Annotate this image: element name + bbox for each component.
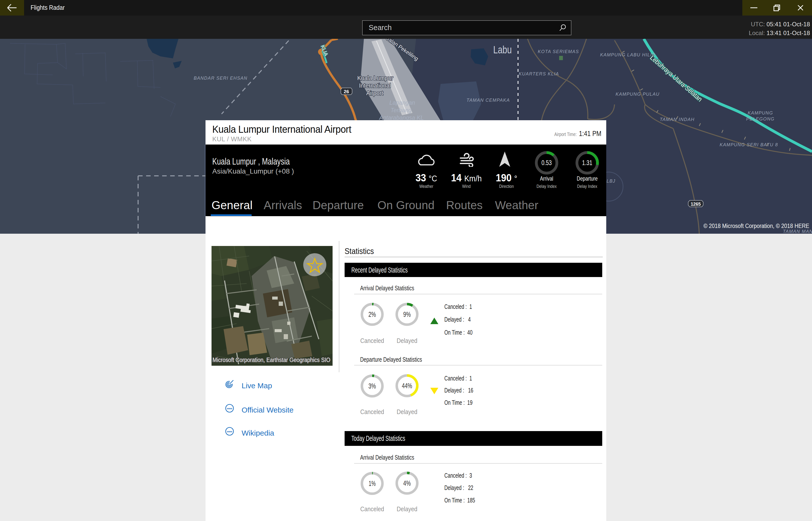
svg-text:KAMPUNG PULAU: KAMPUNG PULAU xyxy=(616,92,660,97)
svg-text:3%: 3% xyxy=(368,382,376,390)
svg-text:International: International xyxy=(359,83,391,89)
svg-text:www: www xyxy=(226,407,232,410)
svg-text:2%: 2% xyxy=(368,310,376,318)
svg-text:Terbang: Terbang xyxy=(391,107,412,113)
svg-text:26: 26 xyxy=(344,89,349,94)
svg-text:KAMPUNG: KAMPUNG xyxy=(748,111,773,115)
svg-text:KOTA SERIEMAS: KOTA SERIEMAS xyxy=(538,49,579,54)
svg-text:1.31: 1.31 xyxy=(582,159,592,166)
svg-text:44%: 44% xyxy=(402,382,412,390)
svg-text:0.53: 0.53 xyxy=(542,159,552,166)
svg-text:4%: 4% xyxy=(403,479,411,487)
svg-text:PELEGONG: PELEGONG xyxy=(746,116,774,121)
svg-text:TAMAN INDAH: TAMAN INDAH xyxy=(660,117,695,122)
svg-text:Microsoft Corporation, Earthst: Microsoft Corporation, Earthstar Geograp… xyxy=(213,357,330,363)
svg-text:Labu: Labu xyxy=(493,44,512,55)
svg-text:TAMAN MANT: TAMAN MANT xyxy=(783,229,812,234)
svg-text:BANDAR SERI EHSAN: BANDAR SERI EHSAN xyxy=(194,76,248,81)
svg-text:1265: 1265 xyxy=(691,202,701,207)
svg-text:KAMPUNG LABU HILIR: KAMPUNG LABU HILIR xyxy=(600,52,655,58)
svg-text:KUARTERS KLIA: KUARTERS KLIA xyxy=(519,71,559,76)
svg-text:9%: 9% xyxy=(403,310,411,318)
svg-text:Kuala Lumpur: Kuala Lumpur xyxy=(357,75,393,82)
svg-text:© 2018 Microsoft Corporation,: © 2018 Microsoft Corporation, © 2018 HER… xyxy=(703,223,809,229)
svg-text:Airport: Airport xyxy=(366,90,383,96)
svg-text:KAMPUNG SERI BATU 8: KAMPUNG SERI BATU 8 xyxy=(720,142,778,147)
svg-text:www: www xyxy=(226,430,232,433)
svg-text:TAMAN CEMPAKA: TAMAN CEMPAKA xyxy=(467,98,510,103)
svg-text:Lapangan: Lapangan xyxy=(390,99,415,106)
svg-text:1%: 1% xyxy=(369,479,376,488)
